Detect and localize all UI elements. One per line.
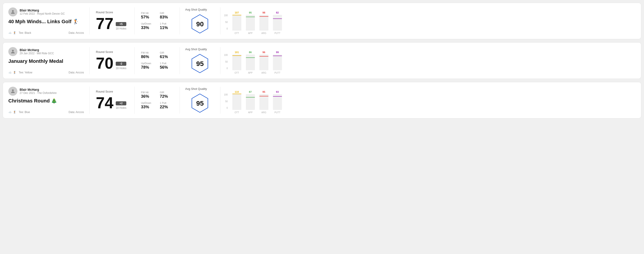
- fw-hit-value: 36%: [141, 94, 154, 99]
- bar-x-label: APP: [248, 111, 253, 114]
- gir-label: GIR: [160, 91, 174, 94]
- updown-label: Up/Down: [141, 62, 154, 65]
- player-name: Blair McHarg: [20, 8, 65, 12]
- bar-x-label: ARG: [262, 32, 266, 34]
- gir-value: 83%: [160, 15, 174, 20]
- updown-value: 33%: [141, 25, 154, 30]
- score-section: Round Score 74 +2 18 Holes: [90, 87, 135, 114]
- fw-hit-label: FW Hit: [141, 12, 154, 14]
- bar-wrapper: [232, 94, 241, 110]
- bar-line: [246, 17, 255, 17]
- tee-label: Tee: Black: [19, 31, 31, 34]
- gir-value: 61%: [160, 54, 174, 59]
- oneputt-label: 1 Putt: [160, 22, 174, 25]
- stats-section: FW Hit 57% GIR 83% Up/Down 33% 1 Putt 11…: [135, 7, 180, 34]
- chart-section: 100500 101 OTT 86 APP 96: [220, 47, 636, 74]
- bar-line: [273, 56, 282, 56]
- avatar: [8, 87, 17, 96]
- oneputt-stat: 1 Putt 11%: [160, 22, 174, 30]
- data-source: Data: Arccos: [68, 71, 84, 74]
- bar-wrapper: [246, 94, 255, 110]
- bar-wrapper: [246, 15, 255, 31]
- bar-bg: [232, 15, 241, 31]
- bar-x-label: ARG: [262, 72, 266, 74]
- score-value: 74: [96, 95, 114, 111]
- chart-y-axis: 100500: [224, 14, 228, 34]
- updown-stat: Up/Down 33%: [141, 22, 154, 30]
- bar-wrapper: [260, 54, 268, 70]
- bar-wrapper: [273, 15, 282, 31]
- tee-label: Tee: Yellow: [19, 71, 32, 74]
- gir-value: 72%: [160, 94, 174, 99]
- chart-y-axis: 100500: [224, 54, 228, 74]
- user-icon: [10, 9, 16, 15]
- bar-x-label: APP: [248, 32, 253, 34]
- player-name: Blair McHarg: [20, 88, 56, 91]
- gir-stat: GIR 72%: [160, 91, 174, 99]
- gir-stat: GIR 61%: [160, 51, 174, 59]
- fw-hit-label: FW Hit: [141, 91, 154, 94]
- fw-hit-stat: FW Hit 86%: [141, 51, 154, 59]
- updown-stat: Up/Down 33%: [141, 102, 154, 110]
- svg-point-2: [12, 89, 14, 91]
- bar-x-label: ARG: [262, 111, 266, 114]
- bag-icon: 🏌: [13, 31, 16, 34]
- stats-section: FW Hit 86% GIR 61% Up/Down 78% 1 Putt 56…: [135, 47, 180, 74]
- y-label: 100: [224, 14, 228, 17]
- quality-section: Avg Shot Quality 95: [180, 87, 220, 114]
- fw-hit-value: 57%: [141, 15, 154, 20]
- bar-wrapper: [232, 54, 241, 70]
- bar-line: [246, 57, 255, 58]
- avatar: [8, 7, 17, 16]
- bar-group: 95 APP: [246, 11, 255, 34]
- round-score-label: Round Score: [96, 90, 128, 93]
- bar-value: 93: [276, 91, 279, 93]
- round-card: Blair McHarg 29 Jan 2022 · Mill Ride GCC…: [3, 42, 641, 79]
- round-title: 40 Mph Winds... Links Golf 🏌️: [8, 19, 84, 24]
- bar-bg: [260, 15, 268, 31]
- quality-score: 95: [196, 100, 204, 107]
- score-badge-col: +5 18 Holes: [116, 22, 126, 31]
- bar-wrapper: [260, 94, 268, 110]
- chart-bars: 101 OTT 86 APP 96: [232, 47, 282, 74]
- bar-line: [273, 18, 282, 19]
- player-info: Blair McHarg 29 Jan 2022 · Mill Ride GCC: [8, 47, 84, 56]
- left-section: Blair McHarg 12 Feb 2022 · Royal North D…: [8, 7, 90, 34]
- bar-wrapper: [246, 54, 255, 70]
- gir-label: GIR: [160, 51, 174, 54]
- bar-group: 107 OTT: [232, 11, 241, 34]
- round-score-label: Round Score: [96, 50, 128, 54]
- fw-hit-value: 86%: [141, 54, 154, 59]
- tee-left: ☁️ 🏌 Tee: Blue: [8, 111, 30, 114]
- stats-section: FW Hit 36% GIR 72% Up/Down 33% 1 Putt 22…: [135, 87, 180, 114]
- fw-hit-stat: FW Hit 36%: [141, 91, 154, 99]
- bar-bg: [232, 94, 241, 110]
- updown-value: 33%: [141, 105, 154, 110]
- updown-value: 78%: [141, 65, 154, 70]
- tee-info: ☁️ 🏌 Tee: Blue Data: Arccos: [8, 111, 84, 114]
- chart-container: 100500 110 OTT 87 APP 95: [224, 87, 632, 114]
- score-badge-col: +2 18 Holes: [116, 101, 126, 111]
- quality-label: Avg Shot Quality: [185, 87, 207, 91]
- bar-value: 86: [249, 51, 252, 54]
- data-source: Data: Arccos: [68, 31, 84, 34]
- player-date: 27 Dec 2021 · The Oxfordshire: [20, 91, 56, 95]
- y-label: 100: [224, 54, 228, 56]
- bar-value: 110: [235, 91, 239, 93]
- bar-bg: [246, 94, 255, 110]
- bar-bg: [232, 54, 241, 70]
- bar-bg: [246, 54, 255, 70]
- oneputt-value: 11%: [160, 25, 174, 30]
- score-row: 74 +2 18 Holes: [96, 95, 128, 111]
- bar-x-label: OTT: [234, 72, 239, 74]
- bar-group: 87 APP: [246, 91, 255, 114]
- bar-bg: [260, 54, 268, 70]
- tee-icons: ☁️ 🏌: [8, 111, 16, 114]
- holes-label: 18 Holes: [116, 27, 126, 30]
- quality-score: 95: [196, 60, 204, 68]
- bar-value: 96: [262, 51, 265, 54]
- bar-group: 86 APP: [246, 51, 255, 74]
- bar-value: 82: [276, 11, 279, 14]
- chart-section: 100500 107 OTT 95 APP 98: [220, 7, 636, 34]
- title-emoji: 🏌️: [73, 19, 79, 24]
